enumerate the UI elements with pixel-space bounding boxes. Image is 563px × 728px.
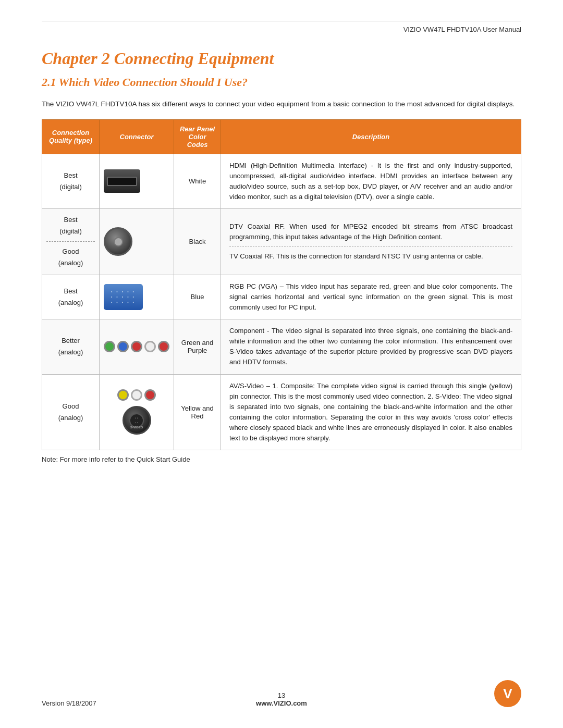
connector-cell [100, 275, 174, 319]
quality-cell: Best (digital) [42, 154, 100, 209]
table-row: Best (analog) Blue RGB PC (VGA) – This v… [42, 275, 521, 319]
color-cell: Yellow and Red [174, 374, 221, 450]
rf-connector-icon [104, 227, 132, 256]
quality-cell: Better (analog) [42, 319, 100, 374]
table-row: Best (digital) Good (analog) Black DTV C… [42, 209, 521, 275]
intro-paragraph: The VIZIO VW47L FHDTV10A has six differe… [42, 98, 521, 110]
color-cell: Green and Purple [174, 319, 221, 374]
quality-cell: Best (analog) [42, 275, 100, 319]
vizio-logo-icon [494, 680, 521, 707]
white-plug-icon [144, 341, 156, 352]
table-row: Best (digital) White HDMI (High-Definiti… [42, 154, 521, 209]
table-row: Good (analog) [42, 374, 521, 450]
red-plug-icon [131, 341, 142, 352]
description-cell: HDMI (High-Definition Multimedia Interfa… [221, 154, 521, 209]
red-plug-icon-2 [144, 389, 156, 401]
component-connector-icon [104, 341, 169, 352]
hdmi-connector-icon [104, 169, 140, 193]
footer-center: 13 www.VIZIO.com [256, 692, 307, 707]
svideo-connector-icon [123, 406, 151, 435]
header-title: VIZIO VW47L FHDTV10A User Manual [403, 26, 521, 33]
quality-cell: Best (digital) Good (analog) [42, 209, 100, 275]
col-header-connector: Connector [100, 119, 174, 154]
color-cell: Black [174, 209, 221, 275]
connector-cell [100, 319, 174, 374]
av-svideo-connectors [104, 389, 169, 435]
av-connector-icon [117, 389, 156, 401]
white-plug-icon-2 [131, 389, 142, 401]
color-cell: Blue [174, 275, 221, 319]
page-footer: Version 9/18/2007 13 www.VIZIO.com [0, 680, 563, 707]
page-number: 13 [256, 692, 307, 699]
red2-plug-icon [158, 341, 169, 352]
footer-logo [494, 680, 521, 707]
connector-cell [100, 154, 174, 209]
connector-cell [100, 209, 174, 275]
footer-version: Version 9/18/2007 [42, 699, 96, 707]
table-header-row: Connection Quality (type) Connector Rear… [42, 119, 521, 154]
footer-website: www.VIZIO.com [256, 699, 307, 707]
page: VIZIO VW47L FHDTV10A User Manual Chapter… [0, 0, 563, 728]
color-cell: White [174, 154, 221, 209]
connector-cell [100, 374, 174, 450]
description-cell: RGB PC (VGA) – This video input has sepa… [221, 275, 521, 319]
table-row: Better (analog) Green and Purple [42, 319, 521, 374]
chapter-title: Chapter 2 Connecting Equipment [42, 49, 521, 68]
green-plug-icon [104, 341, 115, 352]
col-header-color: Rear Panel Color Codes [174, 119, 221, 154]
connection-table: Connection Quality (type) Connector Rear… [42, 119, 521, 451]
svideo-inner-icon [129, 413, 144, 428]
description-cell: Component - The video signal is separate… [221, 319, 521, 374]
page-header: VIZIO VW47L FHDTV10A User Manual [42, 21, 521, 33]
description-cell: AV/S-Video – 1. Composite: The complete … [221, 374, 521, 450]
blue-plug-icon [117, 341, 129, 352]
description-cell: DTV Coaxial RF. When used for MPEG2 enco… [221, 209, 521, 275]
table-note: Note: For more info refer to the Quick S… [42, 455, 521, 463]
vga-connector-icon [104, 284, 143, 310]
yellow-plug-icon [117, 389, 129, 401]
quality-cell: Good (analog) [42, 374, 100, 450]
col-header-description: Description [221, 119, 521, 154]
section-title: 2.1 Which Video Connection Should I Use? [42, 76, 521, 89]
col-header-quality: Connection Quality (type) [42, 119, 100, 154]
